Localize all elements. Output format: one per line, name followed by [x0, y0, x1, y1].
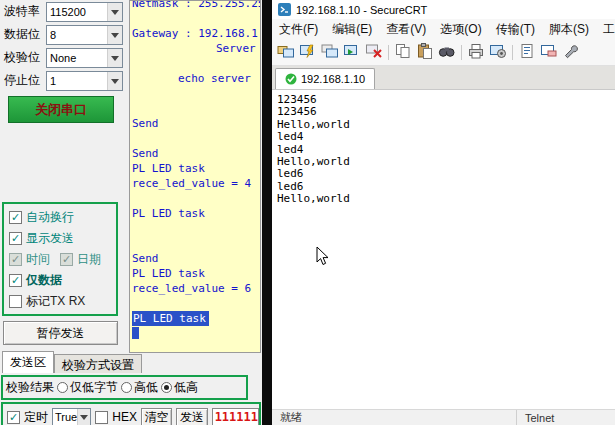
- session-options-button[interactable]: [487, 43, 509, 63]
- copy-button[interactable]: [392, 43, 414, 63]
- serial-option[interactable]: ✓自动换行: [9, 209, 74, 226]
- serial-tab[interactable]: 发送区: [2, 351, 54, 373]
- pause-send-button[interactable]: 暂停发送: [3, 321, 118, 345]
- serial-tab[interactable]: 校验方式设置: [54, 354, 142, 373]
- checkbox-checked-icon[interactable]: ✓: [9, 253, 22, 266]
- menu-item[interactable]: 脚本(S): [542, 21, 596, 38]
- menu-item[interactable]: 传输(T): [489, 21, 542, 38]
- checkbox-checked-icon[interactable]: ✓: [9, 274, 22, 287]
- session-tab[interactable]: 192.168.1.10: [275, 68, 375, 89]
- hex-label: HEX: [112, 410, 137, 424]
- paste-button[interactable]: [414, 43, 436, 63]
- combo-value: 115200: [47, 6, 86, 18]
- log-line: [130, 11, 260, 26]
- log-text: Send: [132, 146, 159, 161]
- find-button[interactable]: [436, 43, 458, 63]
- timer-combo[interactable]: True: [52, 408, 91, 425]
- close-serial-port-button[interactable]: 关闭串口: [8, 96, 114, 123]
- timer-label: 定时: [24, 409, 48, 425]
- setting-combo[interactable]: 115200: [46, 2, 123, 22]
- log-text: Send: [132, 251, 159, 266]
- status-protocol-label: Telnet: [525, 412, 554, 424]
- toolbar-separator: [388, 45, 389, 60]
- log-line: PL LED task: [130, 161, 260, 176]
- text-caret: [132, 327, 139, 339]
- checksum-radio[interactable]: 高低: [121, 379, 158, 396]
- serial-option[interactable]: ✓时间: [9, 251, 50, 268]
- securecrt-app-icon: [278, 3, 291, 16]
- copy-icon: [394, 43, 412, 63]
- serial-log[interactable]: Netmask : 255.255.255. Gateway : 192.168…: [129, 0, 261, 353]
- screen: 波特率115200数据位8校验位None停止位1 关闭串口 Netmask : …: [0, 0, 615, 425]
- menu-item[interactable]: 编辑(E): [325, 21, 379, 38]
- serial-option[interactable]: ✓显示发送: [9, 230, 74, 247]
- clear-screen-button[interactable]: [538, 43, 560, 63]
- hex-checkbox-unchecked-icon[interactable]: [95, 411, 108, 424]
- reconnect-icon: [343, 43, 361, 63]
- setting-combo[interactable]: 8: [46, 25, 123, 45]
- serial-option[interactable]: ✓日期: [60, 251, 101, 268]
- reconnect-button[interactable]: [341, 43, 363, 63]
- send-button[interactable]: 发送: [176, 408, 207, 425]
- setting-combo[interactable]: 1: [46, 71, 123, 91]
- tools-button[interactable]: [560, 43, 582, 63]
- quick-connect-button[interactable]: [297, 43, 319, 63]
- disconnect-button[interactable]: [363, 43, 385, 63]
- log-line: [130, 326, 260, 341]
- terminal-line: led4: [277, 131, 615, 143]
- clear-button[interactable]: 清空: [141, 408, 172, 425]
- log-session-button[interactable]: [516, 43, 538, 63]
- chevron-down-icon[interactable]: [107, 72, 122, 90]
- setting-label: 校验位: [4, 49, 46, 66]
- checkbox-unchecked-icon[interactable]: [9, 295, 22, 308]
- checkbox-checked-icon[interactable]: ✓: [60, 253, 73, 266]
- print-button[interactable]: [465, 43, 487, 63]
- session-options-icon: [489, 43, 507, 63]
- session-tab-label: 192.168.1.10: [301, 73, 365, 85]
- chevron-down-icon[interactable]: [107, 3, 122, 21]
- radio-label: 仅低字节: [70, 379, 118, 396]
- radio-selected-icon: [161, 382, 172, 393]
- chevron-down-icon[interactable]: [107, 26, 122, 44]
- window-title: 192.168.1.10 - SecureCRT: [296, 4, 427, 16]
- serial-option[interactable]: ✓仅数据: [9, 272, 62, 289]
- option-row: ✓自动换行: [9, 207, 116, 228]
- log-line: PL LED task: [130, 266, 260, 281]
- connect-in-tab-button[interactable]: [319, 43, 341, 63]
- combo-value: 8: [47, 29, 56, 41]
- log-text: [132, 131, 139, 146]
- setting-combo[interactable]: None: [46, 48, 123, 68]
- checkbox-checked-icon[interactable]: ✓: [9, 211, 22, 224]
- terminal-line: 123456: [277, 106, 615, 118]
- checkbox-label: 仅数据: [26, 272, 62, 289]
- timer-checkbox-checked-icon[interactable]: ✓: [7, 411, 20, 424]
- clear-screen-icon: [540, 43, 558, 63]
- log-line: PL LED task: [130, 206, 260, 221]
- paste-icon: [416, 43, 434, 63]
- menu-item[interactable]: 文件(F): [272, 21, 325, 38]
- checksum-radio[interactable]: 低高: [161, 379, 198, 396]
- serial-option[interactable]: 标记TX RX: [9, 293, 85, 310]
- terminal-line: Hello,world: [277, 119, 615, 131]
- menu-item[interactable]: 选项(O): [433, 21, 488, 38]
- send-text-field[interactable]: 111111: [212, 408, 259, 425]
- disconnect-icon: [365, 43, 383, 63]
- radio-unselected-icon: [121, 382, 132, 393]
- log-line: echo server: [130, 71, 260, 86]
- menu-item[interactable]: 查看(V): [379, 21, 433, 38]
- option-row: ✓显示发送: [9, 228, 116, 249]
- radio-unselected-icon: [57, 382, 68, 393]
- log-line: rece_led_value = 6: [130, 281, 260, 296]
- chevron-down-icon[interactable]: [77, 409, 90, 425]
- crt-toolbar: [272, 40, 615, 66]
- log-text: [132, 221, 139, 236]
- log-line: [130, 236, 260, 251]
- log-line: Send: [130, 251, 260, 266]
- checkbox-checked-icon[interactable]: ✓: [9, 232, 22, 245]
- checksum-radio[interactable]: 仅低字节: [57, 379, 118, 396]
- connect-in-tab-icon: [321, 43, 339, 63]
- menu-item[interactable]: 工具(L): [596, 21, 615, 38]
- chevron-down-icon[interactable]: [107, 49, 122, 67]
- session-manager-button[interactable]: [275, 43, 297, 63]
- toolbar-separator: [461, 45, 462, 60]
